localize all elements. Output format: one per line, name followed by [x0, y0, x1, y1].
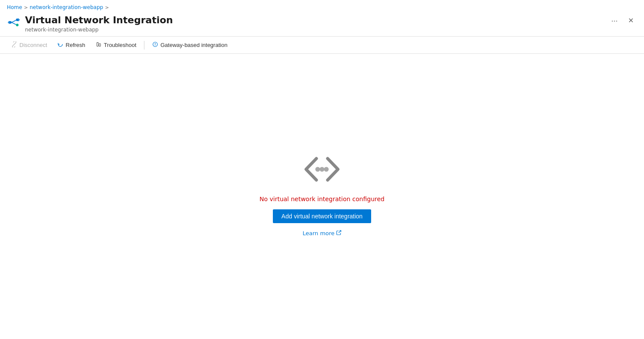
refresh-label: Refresh [66, 42, 85, 48]
empty-state-icon [294, 150, 350, 189]
svg-point-11 [316, 167, 320, 172]
learn-more-link[interactable]: Learn more [303, 230, 341, 236]
close-button[interactable]: ✕ [625, 15, 637, 26]
troubleshoot-button[interactable]: Troubleshoot [91, 39, 141, 51]
svg-rect-6 [97, 43, 98, 47]
vnet-icon [7, 16, 21, 29]
breadcrumb-webapp[interactable]: network-integration-webapp [30, 4, 103, 10]
page-title: Virtual Network Integration [25, 15, 608, 26]
svg-point-2 [16, 24, 19, 26]
svg-point-10 [155, 45, 156, 46]
disconnect-icon [11, 41, 17, 49]
header-text-container: Virtual Network Integration network-inte… [25, 15, 608, 33]
breadcrumb-sep1: > [24, 5, 28, 10]
troubleshoot-label: Troubleshoot [104, 42, 136, 48]
main-content: No virtual network integration configure… [0, 54, 644, 333]
gateway-integration-button[interactable]: Gateway-based integration [148, 39, 231, 51]
disconnect-button[interactable]: Disconnect [7, 39, 51, 51]
page-subtitle: network-integration-webapp [25, 27, 608, 33]
svg-line-5 [14, 44, 15, 45]
external-link-icon [336, 230, 341, 236]
more-options-button[interactable]: ··· [608, 15, 621, 27]
breadcrumb-home[interactable]: Home [7, 4, 22, 10]
breadcrumb: Home > network-integration-webapp > [0, 0, 644, 13]
troubleshoot-icon [96, 41, 102, 49]
toolbar-divider [144, 41, 144, 50]
breadcrumb-sep2: > [105, 5, 109, 10]
empty-state-message: No virtual network integration configure… [259, 196, 385, 202]
refresh-button[interactable]: Refresh [53, 39, 90, 51]
gateway-icon [152, 41, 158, 49]
svg-point-13 [324, 167, 329, 172]
empty-state: No virtual network integration configure… [259, 150, 385, 236]
svg-line-4 [12, 22, 16, 25]
gateway-label: Gateway-based integration [160, 42, 227, 48]
disconnect-label: Disconnect [19, 42, 47, 48]
svg-point-12 [320, 167, 325, 172]
learn-more-label: Learn more [303, 230, 335, 236]
refresh-icon [57, 41, 63, 49]
toolbar: Disconnect Refresh Troubleshoot [0, 37, 644, 54]
svg-line-3 [12, 20, 16, 22]
page-header: Virtual Network Integration network-inte… [0, 13, 644, 37]
add-vnet-button[interactable]: Add virtual network integration [273, 209, 371, 223]
svg-rect-7 [99, 44, 101, 47]
